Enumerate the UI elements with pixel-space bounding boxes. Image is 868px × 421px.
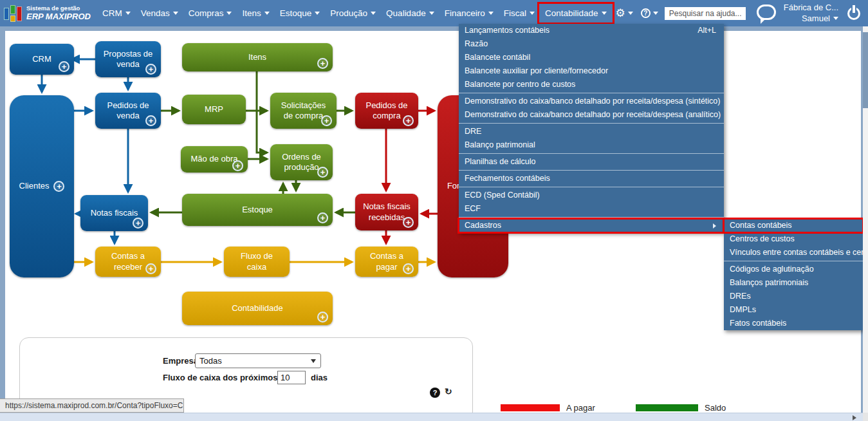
- add-icon[interactable]: [317, 167, 328, 178]
- menu-item-fechamentos-contabeis[interactable]: Fechamentos contábeis: [459, 172, 724, 185]
- flow-node-ordens-de-producao[interactable]: Ordens de produção: [270, 144, 333, 180]
- flow-node-mrp[interactable]: MRP: [182, 95, 246, 124]
- menu-item-ecd[interactable]: ECD (Sped Contábil): [459, 189, 724, 202]
- submenu-item-vinculos-contas-centro[interactable]: Vínculos entre contas contábeis e centro: [724, 246, 863, 259]
- add-icon[interactable]: [403, 115, 414, 126]
- add-icon[interactable]: [321, 115, 332, 126]
- help-icon[interactable]: [430, 388, 440, 398]
- flow-node-fluxo-de-caixa[interactable]: Fluxo de caixa: [224, 247, 290, 277]
- flow-node-solicitacoes-de-compra[interactable]: Solicitações de compra: [270, 93, 337, 129]
- flow-node-notas-fiscais-recebidas[interactable]: Notas fiscais recebidas: [355, 194, 418, 230]
- nav-item-itens[interactable]: Itens: [237, 5, 274, 22]
- flow-node-propostas-de-venda[interactable]: Propostas de venda: [95, 41, 161, 77]
- chevron-down-icon: [429, 12, 434, 15]
- menu-separator: [724, 261, 863, 261]
- submenu-item-contas-contabeis[interactable]: Contas contábeis: [724, 219, 863, 232]
- chevron-down-icon: [315, 12, 320, 15]
- flow-node-pedidos-de-compra[interactable]: Pedidos de compra: [355, 93, 418, 129]
- vertical-scrollbar[interactable]: [863, 26, 868, 421]
- menu-item-demonstrativo-sintetico[interactable]: Demonstrativo do caixa/banco detalhado p…: [459, 95, 724, 108]
- dias-input[interactable]: [277, 371, 306, 384]
- submenu-item-codigos-aglutinacao[interactable]: Códigos de aglutinação: [724, 263, 863, 276]
- status-url-tooltip: https://sistema.maxiprod.com.br/Conta?ti…: [0, 398, 184, 413]
- menu-item-balancete-contabil[interactable]: Balancete contábil: [459, 51, 724, 64]
- nav-item-qualidade[interactable]: Qualidade: [381, 5, 439, 22]
- menu-item-balancete-auxiliar[interactable]: Balancete auxiliar por cliente/fornecedo…: [459, 64, 724, 78]
- flow-node-clientes[interactable]: Clientes: [10, 95, 74, 277]
- flow-node-contabilidade[interactable]: Contabilidade: [182, 292, 333, 325]
- menu-item-dre[interactable]: DRE: [459, 125, 724, 138]
- company-name: Fábrica de C...: [784, 3, 838, 13]
- scroll-right-arrow-icon[interactable]: [853, 415, 856, 420]
- add-icon[interactable]: [232, 160, 243, 171]
- settings-menu[interactable]: ⚙: [612, 5, 637, 21]
- nav-item-contabilidade[interactable]: Contabilidade: [540, 5, 612, 22]
- nav-item-producao[interactable]: Produção: [325, 5, 381, 22]
- add-icon[interactable]: [145, 64, 156, 75]
- add-icon[interactable]: [403, 263, 414, 274]
- flow-node-pedidos-de-venda[interactable]: Pedidos de venda: [95, 93, 161, 129]
- legend-swatch-a-pagar: [501, 404, 560, 411]
- brand-logo-block[interactable]: Sistema de gestão ERP MAXIPROD: [0, 4, 97, 23]
- chevron-down-icon: [264, 12, 270, 15]
- cadastros-submenu: Contas contábeis Centros de custos Víncu…: [724, 219, 863, 330]
- nav-item-estoque[interactable]: Estoque: [275, 5, 326, 22]
- menu-separator: [459, 217, 724, 218]
- nav-item-financeiro[interactable]: Financeiro: [439, 5, 499, 22]
- chat-icon[interactable]: [757, 5, 776, 20]
- legend-swatch-saldo: [636, 404, 698, 411]
- scrollbar-thumb[interactable]: [863, 32, 868, 108]
- menu-item-planilhas-de-calculo[interactable]: Planilhas de cálculo: [459, 155, 724, 169]
- top-nav-bar: Sistema de gestão ERP MAXIPROD CRM Venda…: [0, 0, 868, 26]
- menu-item-lancamentos-contabeis[interactable]: Lançamentos contábeisAlt+L: [459, 24, 724, 37]
- flow-node-mao-de-obra[interactable]: Mão de obra: [181, 146, 248, 173]
- add-icon[interactable]: [317, 58, 328, 69]
- chevron-down-icon: [530, 12, 535, 15]
- help-search-input[interactable]: [665, 7, 746, 20]
- flow-node-itens[interactable]: Itens: [182, 43, 333, 71]
- menu-item-razao[interactable]: Razão: [459, 37, 724, 51]
- nav-item-fiscal[interactable]: Fiscal: [499, 5, 540, 22]
- app-logo-icon: [4, 4, 22, 23]
- contabilidade-dropdown-menu: Lançamentos contábeisAlt+L Razão Balance…: [459, 24, 724, 232]
- empresa-label: Empresa: [163, 356, 198, 366]
- nav-item-vendas[interactable]: Vendas: [136, 5, 183, 22]
- flow-node-notas-fiscais[interactable]: Notas fiscais: [80, 195, 148, 231]
- menu-item-balanco-patrimonial[interactable]: Balanço patrimonial: [459, 138, 724, 152]
- chevron-down-icon: [602, 12, 607, 15]
- logout-power-icon[interactable]: [846, 6, 862, 21]
- submenu-item-balancos-patrimoniais[interactable]: Balanços patrimoniais: [724, 276, 863, 290]
- menu-item-balancete-centro-custos[interactable]: Balancete por centro de custos: [459, 78, 724, 91]
- menu-item-demonstrativo-analitico[interactable]: Demonstrativo do caixa/banco detalhado p…: [459, 108, 724, 122]
- add-icon[interactable]: [317, 212, 328, 223]
- flow-node-contas-a-pagar[interactable]: Contas a pagar: [355, 247, 418, 277]
- refresh-icon[interactable]: [445, 386, 452, 397]
- user-menu[interactable]: Samuel: [784, 14, 838, 24]
- add-icon[interactable]: [317, 312, 328, 323]
- menu-item-cadastros[interactable]: Cadastros: [459, 219, 724, 232]
- add-icon[interactable]: [403, 217, 414, 228]
- add-icon[interactable]: [133, 218, 143, 229]
- nav-item-crm[interactable]: CRM: [97, 5, 136, 22]
- nav-item-compras[interactable]: Compras: [183, 5, 237, 22]
- chevron-down-icon: [833, 17, 838, 20]
- submenu-arrow-icon: [713, 223, 716, 229]
- empresa-select[interactable]: Todas: [195, 353, 321, 368]
- flow-node-crm[interactable]: CRM: [10, 44, 74, 75]
- add-icon[interactable]: [59, 61, 69, 72]
- fluxo-caixa-label: Fluxo de caixa dos próximos: [163, 373, 277, 382]
- brand-tagline: Sistema de gestão: [26, 5, 91, 12]
- flow-node-estoque[interactable]: Estoque: [182, 194, 333, 226]
- help-icon: [641, 8, 651, 18]
- add-icon[interactable]: [145, 115, 156, 126]
- menu-item-ecf[interactable]: ECF: [459, 202, 724, 216]
- help-menu[interactable]: [637, 6, 662, 21]
- add-icon[interactable]: [145, 263, 156, 274]
- submenu-item-centros-de-custos[interactable]: Centros de custos: [724, 232, 863, 246]
- submenu-item-dres[interactable]: DREs: [724, 290, 863, 303]
- submenu-item-fatos-contabeis[interactable]: Fatos contábeis: [724, 317, 863, 330]
- add-icon[interactable]: [53, 181, 64, 192]
- flow-node-contas-a-receber[interactable]: Contas a receber: [95, 247, 161, 277]
- horizontal-scrollbar[interactable]: [0, 413, 863, 421]
- submenu-item-dmpls[interactable]: DMPLs: [724, 303, 863, 317]
